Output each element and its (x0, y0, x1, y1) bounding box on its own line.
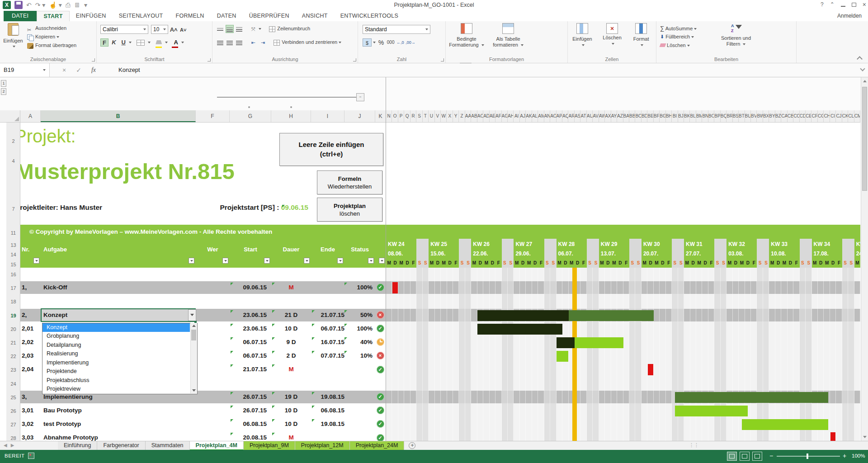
row-number-7[interactable]: 7 (6, 204, 20, 213)
column-header-U[interactable]: U (429, 110, 434, 122)
ribbon-tab-entwicklertools[interactable]: ENTWICKLERTOOLS (334, 11, 405, 21)
normal-view-icon[interactable] (727, 452, 737, 461)
italic-button[interactable]: K (110, 38, 118, 47)
dropdown-item[interactable]: Realisierung (42, 350, 190, 359)
cell-task[interactable]: Abnahme Prototyp (43, 431, 194, 441)
row-number-19[interactable]: 19 (6, 309, 20, 322)
format-as-table-button[interactable]: Als Tabelleformatieren (489, 21, 528, 61)
cell-dauer[interactable]: 2 D (271, 350, 311, 362)
dropdown-item[interactable]: Projektreview (42, 385, 190, 394)
scroll-up-icon[interactable] (192, 325, 196, 327)
column-header-H[interactable]: H (271, 110, 311, 122)
help-icon[interactable]: ? (821, 1, 824, 8)
cell-start[interactable]: 21.07.15 (230, 363, 267, 376)
ribbon-tab-ansicht[interactable]: ANSICHT (296, 11, 334, 21)
row-number-11[interactable]: 11 (6, 228, 20, 237)
column-header-V[interactable]: V (435, 110, 441, 122)
cell-start[interactable]: 06.08.15 (230, 418, 267, 430)
zoom-out-icon[interactable]: − (769, 452, 773, 459)
column-header-BX[interactable]: BX (763, 110, 769, 122)
underline-button[interactable]: U (119, 38, 127, 47)
ribbon-tab-daten[interactable]: DATEN (211, 11, 243, 21)
row-number-13[interactable]: 13 (6, 241, 20, 250)
column-header-O[interactable]: O (392, 110, 398, 122)
alignment-dialog-launcher[interactable] (353, 58, 356, 61)
column-header-CB[interactable]: CB (788, 110, 793, 122)
cell-ende[interactable] (311, 281, 344, 294)
row-number-21[interactable]: 21 (6, 336, 20, 350)
cell-nr[interactable]: 3, (22, 391, 42, 403)
wrap-text-button[interactable]: Zeilenumbruch (269, 26, 310, 31)
cell-dauer[interactable]: 10 D (271, 322, 311, 335)
add-sheet-button[interactable]: + (409, 442, 415, 449)
accounting-format-icon[interactable]: $ (363, 38, 372, 47)
cell-start[interactable]: 06.07.15 (230, 350, 267, 362)
column-header-AD[interactable]: AD (483, 110, 489, 122)
column-header-CH[interactable]: CH (824, 110, 830, 122)
column-header-CK[interactable]: CK (842, 110, 848, 122)
row-number-18[interactable]: 18 (6, 295, 20, 308)
column-header-BK[interactable]: BK (684, 110, 690, 122)
column-header-AG[interactable]: AG (502, 110, 508, 122)
clipboard-dialog-launcher[interactable] (92, 58, 95, 61)
cell-ende[interactable]: 07.07.15 (311, 350, 344, 362)
column-header-AY[interactable]: AY (611, 110, 617, 122)
ribbon-tab-einfügen[interactable]: EINFÜGEN (70, 11, 113, 21)
column-header-CG[interactable]: CG (818, 110, 824, 122)
formula-input[interactable]: Konzept (118, 63, 140, 77)
column-header-BS[interactable]: BS (733, 110, 739, 122)
sheet-tab-projektplan_9m[interactable]: Projektplan_9M (244, 441, 295, 450)
column-header-B[interactable]: B (41, 110, 196, 122)
cell-ende[interactable]: 06.08.15 (311, 404, 344, 417)
align-middle-icon[interactable] (226, 25, 234, 33)
enter-icon[interactable]: ✓ (76, 66, 81, 74)
column-header-N[interactable]: N (386, 110, 392, 122)
align-center-icon[interactable] (226, 38, 234, 47)
percent-style-icon[interactable]: % (377, 38, 385, 47)
project-start-value[interactable]: 09.06.15 (281, 203, 308, 211)
cell-ende[interactable] (311, 363, 344, 376)
clear-button[interactable]: Löschen (660, 41, 697, 50)
column-header-AJ[interactable]: AJ (520, 110, 526, 122)
cell-status[interactable]: 40% (344, 336, 373, 349)
column-header-BN[interactable]: BN (702, 110, 708, 122)
column-header-CA[interactable]: CA (781, 110, 787, 122)
column-header-AS[interactable]: AS (575, 110, 580, 122)
column-header-CD[interactable]: CD (800, 110, 806, 122)
sort-filter-button[interactable]: AZ Sortieren undFiltern (713, 21, 759, 61)
row-number-17[interactable]: 17 (6, 281, 20, 295)
vertical-scroll-thumb[interactable] (862, 87, 867, 191)
autosum-button[interactable]: ∑ AutoSumme (660, 24, 697, 33)
format-painter-button[interactable]: Format übertragen (27, 41, 76, 50)
expand-formula-bar-icon[interactable] (860, 66, 865, 71)
name-box[interactable]: B19 (0, 63, 50, 77)
fill-color-button[interactable] (156, 38, 164, 47)
sheet-tab-projektplan_24m[interactable]: Projektplan_24M (350, 441, 405, 450)
dropdown-item[interactable]: Projektabschluss (42, 376, 190, 385)
sheet-tab-einführung[interactable]: Einführung (58, 441, 97, 450)
scroll-up-icon[interactable] (863, 80, 867, 82)
align-top-icon[interactable] (216, 25, 224, 33)
dropdown-scroll-thumb[interactable] (191, 330, 196, 340)
column-header-AA[interactable]: AA (465, 110, 471, 122)
dropdown-button[interactable] (188, 309, 196, 321)
column-header-BE[interactable]: BE (647, 110, 653, 122)
close-icon[interactable]: × (863, 1, 866, 8)
select-all-corner[interactable] (6, 110, 20, 122)
ribbon-tab-seitenlayout[interactable]: SEITENLAYOUT (113, 11, 170, 21)
column-header-BP[interactable]: BP (714, 110, 720, 122)
font-size-combo[interactable]: 10 (151, 25, 168, 34)
restore-formulas-button[interactable]: FormelnWiederherstellen (317, 170, 382, 194)
column-header-BC[interactable]: BC (635, 110, 641, 122)
column-header-BA[interactable]: BA (623, 110, 629, 122)
column-header-CJ[interactable]: CJ (836, 110, 842, 122)
column-header-BZ[interactable]: BZ (775, 110, 781, 122)
cell-ende[interactable] (311, 431, 344, 441)
cell-start[interactable]: 09.06.15 (230, 281, 267, 294)
copy-button[interactable]: Kopieren (27, 33, 76, 41)
prev-sheet-icon[interactable]: ◀ (4, 443, 11, 448)
column-header-A[interactable]: A (20, 110, 41, 122)
ribbon-display-icon[interactable]: ⌃ (830, 1, 835, 8)
column-header-BU[interactable]: BU (745, 110, 751, 122)
column-header-AT[interactable]: AT (580, 110, 586, 122)
